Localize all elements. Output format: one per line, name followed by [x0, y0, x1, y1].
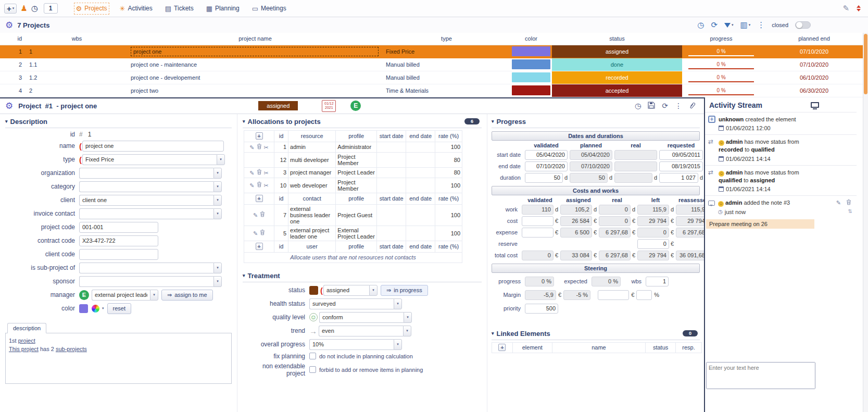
chevron-down-icon[interactable]: ▾	[403, 326, 411, 336]
duration-validated-input[interactable]: 50	[525, 173, 563, 183]
tab-planning[interactable]: ▦Planning	[206, 5, 240, 13]
tab-projects[interactable]: ⚙Projects	[76, 5, 107, 13]
project-row[interactable]: 4 2 project two Time & Materials accepte…	[0, 84, 868, 97]
tab-description[interactable]: description	[7, 323, 46, 333]
history-icon[interactable]: ◷	[635, 102, 641, 110]
chevron-down-icon[interactable]: ▾	[394, 298, 402, 309]
non-extendable-checkbox[interactable]	[309, 366, 316, 373]
project-link[interactable]: project	[18, 338, 35, 344]
settings-gear-icon[interactable]: ⚙	[5, 101, 13, 111]
delete-icon[interactable]	[257, 144, 262, 151]
health-status-input[interactable]	[309, 298, 394, 309]
chevron-down-icon[interactable]: ▾	[369, 285, 378, 296]
trend-input[interactable]	[319, 326, 403, 336]
manager-input[interactable]	[92, 290, 150, 301]
end-validated-input[interactable]: 07/10/2020	[525, 161, 568, 171]
chevron-down-icon[interactable]: ▾	[213, 208, 222, 219]
section-allocations[interactable]: ▾Allocations to projects6	[243, 115, 482, 128]
tab-activities[interactable]: ✳Activities	[120, 5, 153, 13]
project-row[interactable]: 2 1.1 project one - maintenance Manual b…	[0, 58, 868, 71]
col-color[interactable]: color	[510, 33, 552, 45]
activity-entry[interactable]: + unknown created the element 01/06/2021…	[705, 112, 857, 134]
category-input[interactable]	[79, 181, 213, 192]
chevron-down-icon[interactable]: ▾	[213, 181, 222, 192]
priority-input[interactable]: 500	[525, 304, 558, 314]
kebab-menu-icon[interactable]: ⋮	[757, 20, 765, 30]
chevron-down-icon[interactable]: ▾	[217, 154, 225, 165]
contract-code-input[interactable]	[79, 235, 158, 246]
refresh-icon[interactable]: ⟳	[711, 20, 718, 30]
organization-input[interactable]	[79, 168, 213, 179]
client-code-input[interactable]	[79, 249, 158, 260]
chevron-down-icon[interactable]: ▾	[404, 312, 412, 323]
col-progress[interactable]: progress	[682, 33, 760, 45]
refresh-icon[interactable]: ⟳	[662, 102, 668, 110]
activity-input[interactable]	[707, 363, 815, 389]
attachment-icon[interactable]	[689, 102, 696, 110]
settings-gear-icon[interactable]: ⚙	[5, 20, 13, 31]
allocation-row[interactable]: ✎✂ 10 web developer Project Member 100	[244, 178, 462, 193]
edit-icon[interactable]: ✎	[249, 170, 254, 176]
allocation-row[interactable]: ✎ 7 external business leader one Project…	[244, 204, 462, 226]
expense-validated-input[interactable]	[522, 228, 553, 238]
start-requested-input[interactable]: 09/05/2011	[659, 150, 703, 160]
project-code-input[interactable]	[79, 222, 158, 233]
duration-requested-input[interactable]: 1 027	[659, 173, 698, 183]
kebab-menu-icon[interactable]: ⋮	[675, 102, 682, 110]
edit-icon[interactable]: ✎	[253, 230, 258, 236]
col-id[interactable]: id	[0, 33, 26, 45]
filter-icon[interactable]: ▾	[724, 23, 734, 28]
vertical-scrollbar[interactable]	[863, 33, 868, 412]
chevron-down-icon[interactable]: ▾	[213, 168, 222, 179]
invoice-contact-input[interactable]	[79, 208, 213, 219]
col-name[interactable]: project name	[128, 33, 383, 45]
chevron-down-icon[interactable]: ▾	[213, 263, 222, 273]
chevron-down-icon[interactable]: ▾	[102, 306, 104, 310]
activity-entry[interactable]: ⇄ ☺admin has move status from recorded t…	[705, 134, 857, 165]
activity-entry[interactable]: ⇄ ☺admin has move status from qualified …	[705, 165, 857, 196]
section-progress[interactable]: ▾Progress	[492, 115, 700, 128]
allocation-row[interactable]: ✎✂ 3 project manager Project Leader 80	[244, 167, 462, 178]
project-link[interactable]: This project	[9, 346, 39, 352]
history-icon[interactable]: ◷	[697, 20, 704, 30]
delete-icon[interactable]	[257, 182, 262, 189]
edit-icon[interactable]: ✎	[249, 144, 254, 151]
allocation-row[interactable]: ✎ 5 external project leader one External…	[244, 226, 462, 241]
save-icon[interactable]	[648, 102, 655, 110]
project-color-swatch[interactable]	[79, 304, 88, 313]
name-input[interactable]	[82, 141, 224, 152]
cut-icon[interactable]: ✂	[264, 144, 269, 151]
edit-pencil-icon[interactable]: ✎	[842, 4, 849, 13]
col-status[interactable]: status	[552, 33, 682, 45]
recent-items-clock-icon[interactable]: ◷	[31, 4, 38, 13]
delete-icon[interactable]	[260, 230, 265, 236]
project-row[interactable]: 1 1 project one Fixed Price assigned 0 %…	[0, 45, 868, 58]
tab-tickets[interactable]: ▤Tickets	[165, 5, 194, 13]
client-input[interactable]	[79, 195, 213, 206]
activity-entry[interactable]: ☺admin added the note #3 ◷just now ✎ ⇅	[705, 195, 857, 218]
section-description[interactable]: ▾Description	[5, 115, 232, 128]
col-planned-end[interactable]: planned end	[760, 33, 868, 45]
add-resource-button[interactable]: +	[256, 132, 263, 140]
edit-icon[interactable]: ✎	[253, 212, 258, 218]
overall-progress-input[interactable]	[309, 339, 394, 350]
quality-level-input[interactable]	[319, 312, 404, 323]
add-user-button[interactable]: +	[256, 243, 263, 250]
chevron-down-icon[interactable]: ▾	[213, 276, 222, 287]
delete-note-icon[interactable]	[846, 199, 851, 206]
section-treatment[interactable]: ▾Treatment	[243, 269, 482, 282]
add-contact-button[interactable]: +	[256, 195, 263, 202]
fix-planning-checkbox[interactable]	[309, 353, 316, 359]
col-wbs[interactable]: wbs	[26, 33, 128, 45]
columns-icon[interactable]: ▥▾	[740, 20, 751, 30]
new-item-button[interactable]: +▾	[4, 4, 17, 14]
project-row[interactable]: 3 1.2 project one - developement Manual …	[0, 71, 868, 84]
edit-note-icon[interactable]: ✎	[836, 199, 841, 206]
chevron-down-icon[interactable]: ▾	[213, 195, 222, 206]
margin-reassessed-pct-input[interactable]	[636, 290, 652, 300]
scrollbar-thumb[interactable]	[864, 34, 867, 94]
reorder-arrows-icon[interactable]: ⇅	[848, 208, 852, 214]
cost-validated-input[interactable]	[522, 216, 553, 226]
allocation-row[interactable]: ✎✂ 1 admin Administrator 100	[244, 142, 462, 152]
color-picker-icon[interactable]	[92, 305, 99, 313]
